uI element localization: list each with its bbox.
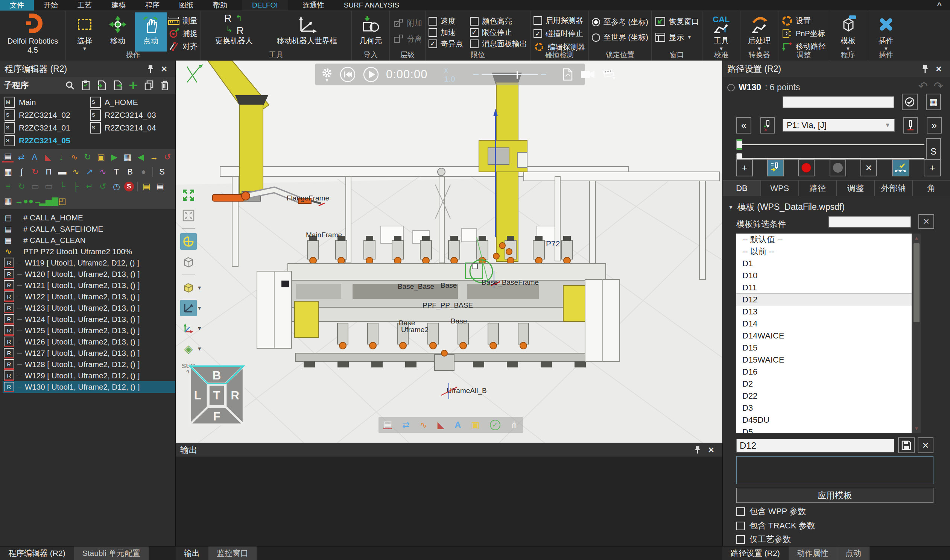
rewind-button[interactable] bbox=[339, 66, 356, 83]
detach-button[interactable]: 分离 bbox=[393, 34, 422, 44]
toolbar-icon[interactable]: ↺ bbox=[162, 152, 173, 163]
toolbar-icon[interactable]: S bbox=[156, 166, 168, 178]
statement-row[interactable]: # CALL A_SAFEHOME bbox=[3, 223, 176, 235]
toolbar-icon[interactable]: ▶ bbox=[109, 152, 120, 163]
toolbar-icon[interactable] bbox=[136, 181, 139, 192]
pin-icon[interactable] bbox=[144, 63, 157, 75]
wireframe-cube-icon[interactable] bbox=[180, 254, 197, 270]
apply-template-button[interactable]: 应用模板 bbox=[736, 488, 933, 503]
template-item[interactable]: D2 bbox=[736, 378, 912, 390]
toolbar-icon[interactable]: Π bbox=[43, 166, 55, 178]
template-item[interactable]: D14 bbox=[736, 318, 912, 330]
subprogram-item[interactable]: Main bbox=[2, 96, 88, 109]
toolbar-icon[interactable]: ↓ bbox=[55, 152, 66, 163]
statement-row[interactable]: W127 [ Utool1, Uframe2, D13, () ] bbox=[3, 348, 176, 359]
template-item[interactable]: D45DU bbox=[736, 414, 912, 426]
toolbar-icon[interactable]: ↻ bbox=[29, 166, 41, 178]
statement-row[interactable]: W126 [ Utool1, Uframe2, D13, () ] bbox=[3, 336, 176, 348]
plugin-button[interactable]: 插件▼ bbox=[870, 12, 902, 52]
navigation-cube[interactable]: B L T R F bbox=[185, 362, 249, 430]
toolbar-icon[interactable]: ◣ bbox=[42, 152, 54, 163]
approve-points-button[interactable] bbox=[892, 159, 909, 176]
zoom-selected-icon[interactable] bbox=[180, 207, 197, 224]
template-item[interactable]: D15 bbox=[736, 342, 912, 354]
menu-item[interactable]: 建模 bbox=[102, 0, 135, 11]
delete-point-button[interactable]: × bbox=[861, 159, 877, 176]
toolbar-icon[interactable]: →● bbox=[16, 195, 28, 207]
toolbar-icon[interactable]: ∿ bbox=[70, 166, 82, 178]
previous-point-button[interactable]: « bbox=[736, 117, 751, 134]
measure-grid-icon[interactable] bbox=[180, 233, 197, 250]
toolbar-icon[interactable]: ▬ bbox=[57, 166, 68, 178]
template-list[interactable]: -- 默认值 ---- 以前 --D1D10D11D12D13D14D14WAI… bbox=[736, 234, 912, 433]
template-item[interactable]: D1 bbox=[736, 258, 912, 270]
subprogram-item[interactable]: R2ZC3214_02 bbox=[2, 109, 88, 122]
record-video-icon[interactable] bbox=[580, 69, 595, 79]
panel-tab[interactable]: 点动 bbox=[837, 546, 870, 560]
check-ok-icon[interactable]: ✓ bbox=[490, 420, 500, 430]
toolbar-icon[interactable]: ▣ bbox=[95, 152, 106, 163]
template-section-header[interactable]: ▼ 模板 (WPS_DataFile.wpsdf) bbox=[728, 201, 845, 213]
export-pdf-icon[interactable] bbox=[562, 68, 573, 81]
export-program-icon[interactable] bbox=[111, 79, 124, 91]
view-cube-icon[interactable]: ◈▼ bbox=[180, 340, 197, 357]
redo-icon[interactable]: ↷ bbox=[934, 79, 943, 92]
toolbar-icon[interactable]: ◰ bbox=[57, 195, 68, 207]
import-program-icon[interactable] bbox=[95, 79, 108, 91]
template-item[interactable]: D3 bbox=[736, 402, 912, 414]
jump-tool-button[interactable] bbox=[761, 117, 774, 134]
limit-checkbox[interactable]: 加速 bbox=[428, 27, 463, 38]
tab[interactable]: 路径 bbox=[799, 180, 837, 196]
annotation-icon[interactable]: A bbox=[454, 420, 461, 430]
toolbar-icon[interactable]: A bbox=[29, 152, 40, 163]
statement-row[interactable]: W125 [ Utool1, Uframe2, D13, () ] bbox=[3, 325, 176, 336]
menu-item[interactable]: 文件 bbox=[0, 0, 34, 11]
toolbar-icon[interactable]: ├ bbox=[70, 181, 82, 192]
scroll-down-icon[interactable]: ▼ bbox=[912, 426, 921, 431]
toolbar-icon[interactable]: ʃ bbox=[16, 166, 28, 178]
frame-mode-icon[interactable]: ▼ bbox=[180, 300, 197, 316]
toolbar-icon[interactable]: ◷ bbox=[111, 181, 122, 192]
point-table-button[interactable]: ▦ bbox=[926, 94, 941, 110]
swap-robot-button[interactable]: R↰↳R 更换机器人 bbox=[204, 12, 264, 52]
statement-row[interactable]: W119 [ Utool1, Uframe2, D12, () ] bbox=[3, 257, 176, 269]
clear-filter-button[interactable]: × bbox=[918, 214, 934, 229]
display-button[interactable]: 显示▼ bbox=[654, 32, 699, 43]
record-disabled-button[interactable] bbox=[830, 159, 846, 176]
pnp-coords-button[interactable]: PnP坐标 bbox=[781, 28, 826, 39]
swap-program-icon[interactable]: ⇄ bbox=[402, 420, 410, 430]
toolbar-icon[interactable]: B bbox=[124, 166, 136, 178]
limit-checkbox[interactable]: 颜色高亮 bbox=[470, 15, 527, 27]
template-description-box[interactable] bbox=[736, 456, 933, 484]
statement-row[interactable]: PTP P72 Utool1 Uframe2 100% bbox=[3, 246, 176, 257]
toolbar-icon[interactable]: ◀ bbox=[135, 152, 146, 163]
template-item[interactable]: D12 bbox=[736, 294, 912, 306]
frame-select-icon[interactable]: ▣ bbox=[471, 420, 480, 430]
template-item[interactable]: D11 bbox=[736, 282, 912, 294]
search-icon[interactable] bbox=[63, 79, 77, 91]
move-robot-world-frame-button[interactable]: 移动机器人世界框 bbox=[266, 12, 348, 52]
menu-item[interactable]: 帮助 bbox=[203, 0, 237, 11]
limit-checkbox[interactable]: 限位停止 bbox=[470, 27, 527, 38]
limit-checkbox[interactable]: 奇异点 bbox=[428, 38, 463, 49]
subprogram-item[interactable]: R2ZC3214_04 bbox=[88, 122, 173, 134]
process-only-checkbox[interactable]: 仅工艺参数 bbox=[736, 534, 791, 545]
tab[interactable]: WPS bbox=[761, 180, 799, 196]
statement-row[interactable]: W130 [ Utool1, Uframe2, D12, () ] bbox=[3, 382, 176, 392]
add-program-icon[interactable] bbox=[126, 79, 140, 91]
weld-statement-icon[interactable]: ▤ bbox=[383, 421, 392, 429]
postprocess-button[interactable]: 后处理▼ bbox=[744, 12, 775, 52]
select-button[interactable]: 选择▼ bbox=[69, 12, 100, 52]
menu-item[interactable]: 开始 bbox=[34, 0, 68, 11]
save-template-button[interactable] bbox=[898, 437, 915, 453]
toolbar-icon[interactable]: ▦ bbox=[2, 166, 14, 178]
include-track-checkbox[interactable]: 包含 TRACK 参数 bbox=[736, 520, 815, 531]
move-point-tool-button[interactable] bbox=[767, 159, 784, 176]
delete-program-icon[interactable] bbox=[158, 79, 172, 91]
statement-row[interactable]: # CALL A_CLEAN bbox=[3, 235, 176, 246]
statement-row[interactable]: W128 [ Utool1, Uframe2, D12, () ] bbox=[3, 359, 176, 370]
panel-tab[interactable]: 监控窗口 bbox=[208, 546, 257, 560]
pin-icon[interactable] bbox=[691, 444, 704, 456]
template-button[interactable]: 模板▼ bbox=[832, 12, 864, 52]
panel-tab[interactable]: 动作属性 bbox=[788, 546, 837, 560]
